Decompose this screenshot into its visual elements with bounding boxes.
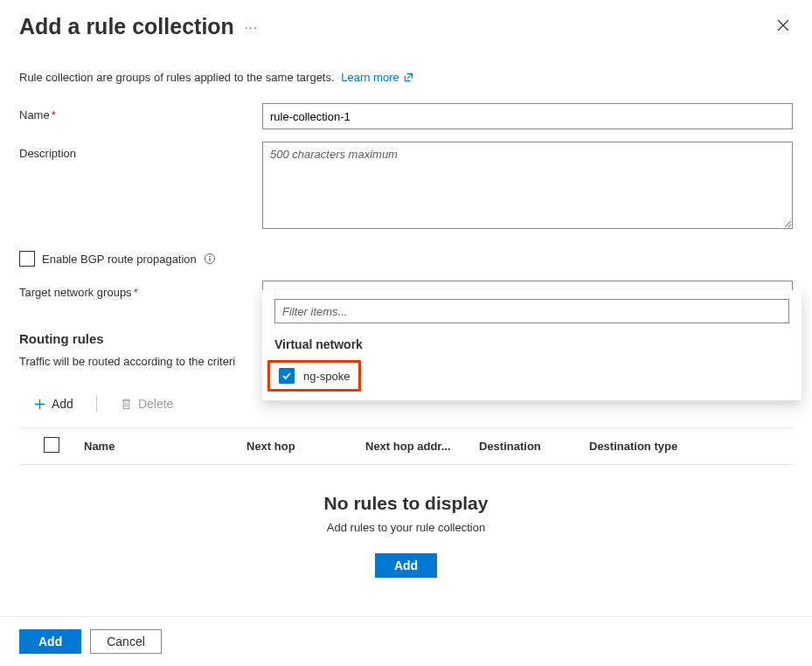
- add-rule-label: Add: [52, 397, 73, 411]
- col-destination-type[interactable]: Destination type: [589, 440, 720, 453]
- svg-point-1: [209, 256, 211, 258]
- add-rule-button[interactable]: Add: [33, 397, 73, 411]
- bgp-checkbox[interactable]: [19, 251, 35, 267]
- toolbar-separator: [96, 396, 97, 412]
- intro-text-content: Rule collection are groups of rules appl…: [19, 71, 335, 84]
- close-icon: [777, 19, 789, 31]
- svg-rect-2: [209, 258, 210, 261]
- target-network-dropdown[interactable]: Virtual network ng-spoke: [262, 290, 802, 400]
- bgp-label: Enable BGP route propagation: [42, 253, 197, 266]
- panel-footer: Add Cancel: [0, 616, 812, 666]
- footer-add-button[interactable]: Add: [19, 629, 81, 654]
- col-next-hop-addr[interactable]: Next hop addr...: [365, 440, 479, 453]
- footer-cancel-button[interactable]: Cancel: [90, 629, 162, 654]
- learn-more-label: Learn more: [341, 71, 399, 84]
- dropdown-filter-input[interactable]: [274, 299, 789, 323]
- more-icon[interactable]: ···: [245, 20, 258, 34]
- col-next-hop[interactable]: Next hop: [246, 440, 365, 453]
- name-label: Name*: [19, 103, 262, 121]
- empty-title: No rules to display: [19, 493, 793, 514]
- description-label: Description: [19, 142, 262, 160]
- check-icon: [281, 371, 292, 381]
- col-destination[interactable]: Destination: [479, 440, 589, 453]
- rules-table-header: Name Next hop Next hop addr... Destinati…: [19, 427, 793, 465]
- panel-header: Add a rule collection ···: [19, 14, 793, 39]
- intro-text: Rule collection are groups of rules appl…: [19, 71, 793, 84]
- description-input[interactable]: [262, 142, 793, 229]
- name-input[interactable]: [262, 103, 793, 129]
- target-label: Target network groups*: [19, 281, 262, 299]
- empty-add-button[interactable]: Add: [375, 553, 437, 578]
- option-checkbox-checked[interactable]: [279, 368, 295, 384]
- col-name[interactable]: Name: [84, 440, 246, 453]
- trash-icon: [120, 398, 133, 411]
- dropdown-group-label: Virtual network: [262, 330, 802, 360]
- dropdown-option-ng-spoke[interactable]: ng-spoke: [267, 360, 361, 392]
- select-all-checkbox[interactable]: [44, 437, 59, 453]
- delete-rule-label: Delete: [138, 397, 173, 411]
- plus-icon: [33, 398, 46, 411]
- delete-rule-button: Delete: [120, 397, 173, 411]
- page-title: Add a rule collection: [19, 14, 234, 39]
- empty-subtitle: Add rules to your rule collection: [19, 521, 793, 534]
- option-label: ng-spoke: [303, 370, 350, 383]
- learn-more-link[interactable]: Learn more: [341, 71, 413, 84]
- close-button[interactable]: [774, 16, 793, 38]
- external-link-icon: [404, 73, 413, 82]
- info-icon[interactable]: [204, 253, 216, 265]
- empty-state: No rules to display Add rules to your ru…: [19, 493, 793, 578]
